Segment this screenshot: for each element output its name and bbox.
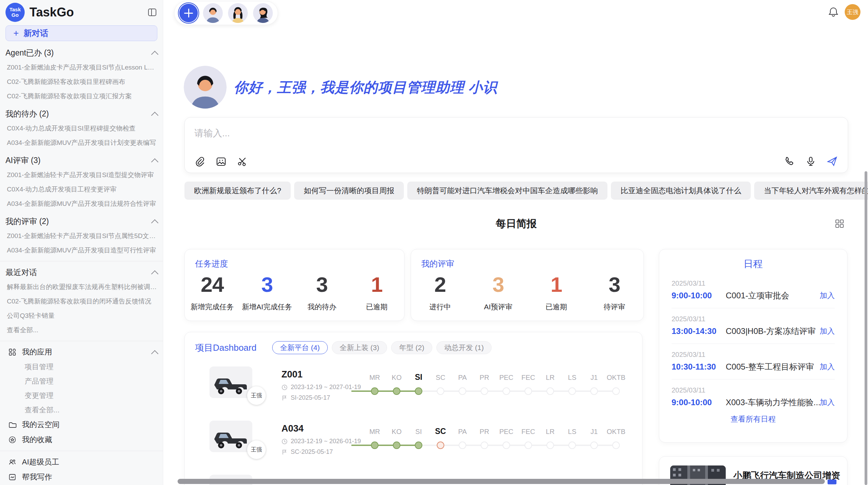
schedule-item[interactable]: 2025/03/11 10:30-11:30 C005-整车工程目标评审 加入 xyxy=(659,351,847,380)
join-link[interactable]: 加入 xyxy=(820,290,835,301)
vertical-scrollbar-thumb[interactable] xyxy=(865,171,867,485)
phone-icon[interactable] xyxy=(784,156,795,167)
tab-powertrain[interactable]: 动总开发 (1) xyxy=(436,341,492,354)
agent-avatar-1[interactable] xyxy=(203,3,223,23)
stat-pending-review: 3 待评审 xyxy=(586,274,644,312)
stat-label: 待评审 xyxy=(586,302,644,312)
suggestion-chip[interactable]: 当下年轻人对汽车外观有怎样的喜好趋势 xyxy=(754,182,868,200)
suggestion-chip[interactable]: 特朗普可能对进口汽车增税会对中国车企造成哪些影响 xyxy=(407,182,607,200)
stat-ai-prereview: 3 AI预评审 xyxy=(469,274,528,312)
recent-chat-item[interactable]: C02-飞腾新能源轻客改款项目的闭环通告反馈情况 xyxy=(5,294,157,309)
suggestion-chip[interactable]: 比亚迪全固态电池计划具体说了什么 xyxy=(611,182,751,200)
scissors-icon[interactable] xyxy=(237,156,248,167)
chevron-up-icon xyxy=(151,350,158,357)
milestone-pec: PEC xyxy=(495,421,517,462)
section-title: AI评审 (3) xyxy=(5,155,40,166)
join-link[interactable]: 加入 xyxy=(820,326,835,336)
tab-new-platform[interactable]: 全新平台 (4) xyxy=(272,341,328,354)
agent-avatar-3[interactable] xyxy=(253,3,273,23)
sidebar-item[interactable]: C0X4-动力总成开发项目工程变更评审 xyxy=(5,182,157,197)
view-all-apps-link[interactable]: 查看全部... xyxy=(5,403,157,417)
session-switcher xyxy=(174,1,278,25)
sidebar-collapse-icon[interactable] xyxy=(147,7,157,17)
horizontal-scrollbar-thumb[interactable] xyxy=(178,479,825,484)
schedule-item[interactable]: 2025/03/11 9:00-10:00 X003-车辆动力学性能验... 加… xyxy=(659,386,847,408)
app-item-change-mgmt[interactable]: 变更管理 xyxy=(5,388,157,403)
write-icon xyxy=(8,473,16,481)
section-title: 我的评审 (2) xyxy=(5,216,49,227)
section-agent-done[interactable]: Agent已办 (3) xyxy=(5,45,157,60)
section-ai-review[interactable]: AI评审 (3) xyxy=(5,153,157,168)
schedule-item[interactable]: 2025/03/11 9:00-10:00 C001-立项审批会 加入 xyxy=(659,279,847,308)
sidebar-item[interactable]: C0X4-动力总成开发项目SI里程碑提交物检查 xyxy=(5,121,157,136)
scrollbar-accent[interactable] xyxy=(828,480,836,484)
grid-layout-icon[interactable] xyxy=(834,219,845,230)
section-title: 最近对话 xyxy=(5,267,37,278)
chat-input[interactable] xyxy=(194,126,537,141)
project-code: A034 xyxy=(281,423,304,434)
sidebar-item-ai-super-staff[interactable]: AI超级员工 xyxy=(5,455,157,470)
my-reviews-title: 我的评审 xyxy=(421,258,454,269)
project-milestone-note: SI-2025-05-17 xyxy=(281,394,330,401)
recent-chat-item[interactable]: 公司Q3轻卡销量 xyxy=(5,309,157,323)
sidebar-item-help-write[interactable]: 帮我写作 xyxy=(5,470,157,485)
suggestion-chip[interactable]: 欧洲新规最近颁布了什么? xyxy=(184,182,291,200)
section-title: Agent已办 (3) xyxy=(5,48,54,58)
sidebar-item[interactable]: Z001-全新燃油轻卡产品开发项目SI造型提交物评审 xyxy=(5,168,157,182)
milestone-pr: PR xyxy=(473,421,495,462)
tab-new-body[interactable]: 全新上装 (3) xyxy=(332,341,387,354)
clock-icon xyxy=(281,384,288,390)
section-recent-chats[interactable]: 最近对话 xyxy=(5,265,157,280)
sidebar-item[interactable]: A034-全新新能源MUV产品开发项目造型可行性评审 xyxy=(5,243,157,258)
sidebar-item[interactable]: Z001-全新燃油轻卡产品开发项目SI节点属性5D文件评审 xyxy=(5,229,157,243)
task-progress-title: 任务进度 xyxy=(195,258,228,269)
project-row-a034[interactable]: 王强 A034 2023-12-19 ~ 2026-01-19 SC-2025-… xyxy=(185,421,642,475)
section-my-todo[interactable]: 我的待办 (2) xyxy=(5,106,157,121)
milestone-si: SI xyxy=(408,366,430,408)
greeting-text: 你好，王强，我是你的项目管理助理 小识 xyxy=(234,78,497,97)
attachment-icon[interactable] xyxy=(194,156,205,167)
divider xyxy=(0,261,163,261)
new-session-button[interactable] xyxy=(179,4,198,22)
stat-in-progress: 2 进行中 xyxy=(411,274,469,312)
schedule-title: 日程 xyxy=(659,258,847,271)
sidebar-item[interactable]: A034-全新新能源MUV产品开发项目计划变更表编写 xyxy=(5,136,157,150)
view-all-chats-link[interactable]: 查看全部... xyxy=(5,323,157,337)
sidebar-item-favorites[interactable]: 我的收藏 xyxy=(5,432,157,447)
schedule-event-title: X003-车辆动力学性能验... xyxy=(726,397,820,408)
notifications-bell-icon[interactable] xyxy=(828,6,839,19)
sidebar-item[interactable]: A034-全新新能源MUV产品开发项目法规符合性评审 xyxy=(5,197,157,211)
sidebar-item[interactable]: C02-飞腾新能源轻客改款项目立项汇报方案 xyxy=(5,89,157,103)
send-icon[interactable] xyxy=(827,156,838,167)
join-link[interactable]: 加入 xyxy=(820,362,835,372)
folder-icon xyxy=(8,421,16,429)
logo-text-2: Go xyxy=(12,12,19,18)
sidebar-item[interactable]: Z001-全新燃油皮卡产品开发项目SI节点Lesson Learn报告 xyxy=(5,60,157,75)
chevron-up-icon xyxy=(151,51,158,58)
mic-icon[interactable] xyxy=(805,156,816,167)
stat-value: 1 xyxy=(349,274,404,295)
project-row-z001[interactable]: 王强 Z001 2023-12-19 ~ 2027-01-19 SI-2025-… xyxy=(185,366,642,421)
stat-overdue: 1 已逾期 xyxy=(349,274,404,312)
sidebar-item-cloud-space[interactable]: 我的云空间 xyxy=(5,417,157,432)
schedule-item[interactable]: 2025/03/11 13:00-14:30 C003|H0B-方案冻结评审 加… xyxy=(659,315,847,344)
apps-grid-icon xyxy=(8,348,16,356)
sidebar-item-my-apps[interactable]: 我的应用 xyxy=(5,345,157,360)
join-link[interactable]: 加入 xyxy=(820,397,835,408)
recent-chat-item[interactable]: 解释最新出台的欧盟报废车法规再生塑料比例被调至15%... xyxy=(5,280,157,294)
section-my-review[interactable]: 我的评审 (2) xyxy=(5,214,157,229)
app-item-project-mgmt[interactable]: 项目管理 xyxy=(5,360,157,374)
new-chat-button[interactable]: + 新对话 xyxy=(5,25,157,41)
people-icon xyxy=(8,458,16,466)
suggestion-chip[interactable]: 如何写一份清晰的项目周报 xyxy=(294,182,404,200)
flag-icon xyxy=(281,449,288,455)
image-icon[interactable] xyxy=(216,156,227,167)
new-chat-label: 新对话 xyxy=(24,28,48,39)
tab-model-year[interactable]: 年型 (2) xyxy=(391,341,432,354)
sidebar-item[interactable]: C02-飞腾新能源轻客改款项目里程碑画布 xyxy=(5,75,157,89)
stat-value: 2 xyxy=(411,274,469,295)
view-all-schedule-link[interactable]: 查看所有日程 xyxy=(659,414,847,424)
user-avatar[interactable]: 王强 xyxy=(845,4,860,20)
agent-avatar-2[interactable] xyxy=(228,3,248,23)
app-item-product-mgmt[interactable]: 产品管理 xyxy=(5,374,157,388)
